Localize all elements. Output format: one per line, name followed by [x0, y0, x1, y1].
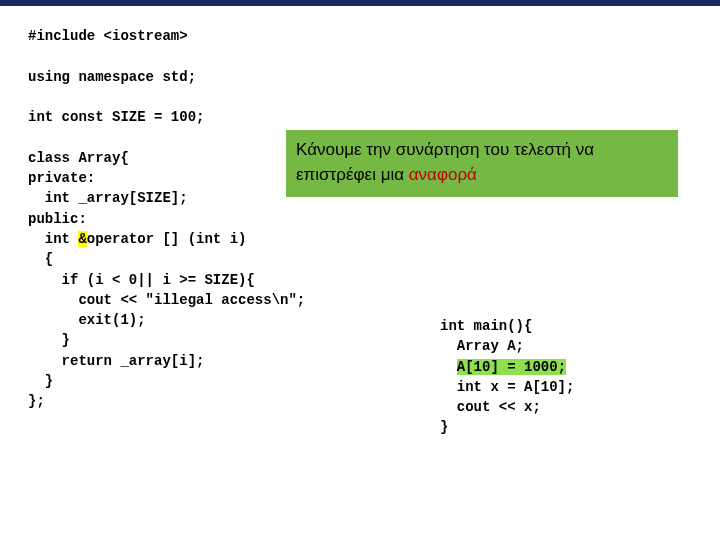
code-line: int const SIZE = 100; — [28, 109, 204, 125]
callout-box: Κάνουμε την συνάρτηση του τελεστή να επι… — [286, 130, 678, 197]
code-line: int main(){ — [440, 318, 532, 334]
snippet-code-block: int main(){ Array A; A[10] = 1000; int x… — [440, 316, 574, 438]
callout-text-line2a: επιστρέφει μια — [296, 165, 409, 184]
code-line: int x = A[10]; — [440, 379, 574, 395]
code-line: } — [28, 332, 70, 348]
code-line: class Array{ — [28, 150, 129, 166]
code-line: public: — [28, 211, 87, 227]
code-line: } — [440, 419, 448, 435]
code-line: cout << x; — [440, 399, 541, 415]
highlight-assignment: A[10] = 1000; — [457, 359, 566, 375]
code-line: cout << "illegal access\n"; — [28, 292, 305, 308]
top-accent-bar — [0, 0, 720, 6]
code-line: int _array[SIZE]; — [28, 190, 188, 206]
code-line — [440, 359, 457, 375]
code-line: { — [28, 251, 53, 267]
code-line: Array A; — [440, 338, 524, 354]
highlight-ref-operator: & — [78, 231, 86, 247]
code-line: #include <iostream> — [28, 28, 188, 44]
code-line: } — [28, 373, 53, 389]
main-code-block: #include <iostream> using namespace std;… — [28, 26, 305, 412]
code-line: private: — [28, 170, 95, 186]
code-line: return _array[i]; — [28, 353, 204, 369]
callout-text-reference: αναφορά — [409, 165, 477, 184]
code-line: int — [28, 231, 78, 247]
callout-text-line1: Κάνουμε την συνάρτηση του τελεστή να — [296, 140, 594, 159]
code-line: if (i < 0|| i >= SIZE){ — [28, 272, 255, 288]
code-line: }; — [28, 393, 45, 409]
code-line: using namespace std; — [28, 69, 196, 85]
code-line: exit(1); — [28, 312, 146, 328]
code-line: operator [] (int i) — [87, 231, 247, 247]
